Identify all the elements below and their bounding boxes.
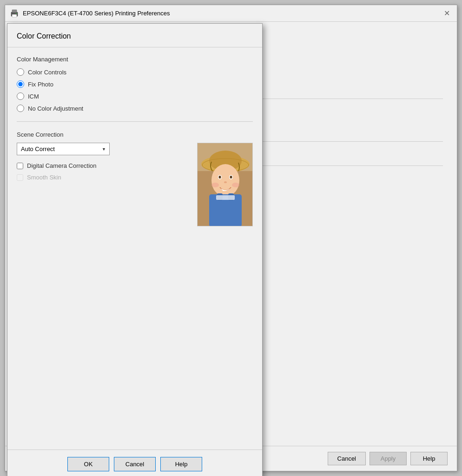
fix-photo-option[interactable]: Fix Photo — [17, 80, 253, 88]
dialog-cancel-button[interactable]: Cancel — [114, 457, 156, 471]
color-controls-option[interactable]: Color Controls — [17, 68, 253, 76]
dialog-body: Color Management Color Controls Fix Phot… — [7, 47, 262, 450]
scene-correction-section: Scene Correction Auto Correct Portrait L… — [17, 131, 253, 226]
no-color-option[interactable]: No Color Adjustment — [17, 105, 253, 112]
no-color-radio[interactable] — [17, 105, 24, 112]
digital-camera-checkbox-label[interactable]: Digital Camera Correction — [17, 162, 188, 169]
main-window-title: EPSONE6F3C4 (ET-4700 Series) Printing Pr… — [23, 10, 170, 17]
scene-select-wrapper: Auto Correct Portrait Landscape Night Sc… — [17, 143, 110, 155]
scene-select[interactable]: Auto Correct Portrait Landscape Night Sc… — [17, 143, 110, 155]
svg-point-13 — [230, 176, 232, 178]
title-bar: EPSONE6F3C4 (ET-4700 Series) Printing Pr… — [5, 5, 457, 22]
scene-row: Auto Correct Portrait Landscape Night Sc… — [17, 143, 253, 226]
smooth-skin-checkbox-label[interactable]: Smooth Skin — [17, 174, 188, 181]
color-management-radio-group: Color Controls Fix Photo ICM No Color Ad… — [17, 68, 253, 122]
svg-rect-1 — [12, 10, 17, 13]
photo-preview — [197, 143, 253, 226]
svg-point-16 — [232, 183, 239, 187]
color-correction-dialog: Color Correction Color Management Color … — [7, 23, 263, 476]
scene-left: Auto Correct Portrait Landscape Night Sc… — [17, 143, 188, 185]
svg-rect-2 — [12, 14, 17, 17]
main-apply-button[interactable]: Apply — [370, 452, 407, 465]
svg-rect-3 — [16, 13, 17, 14]
photo-svg — [198, 143, 253, 226]
smooth-skin-checkbox[interactable] — [17, 174, 23, 181]
dialog-title: Color Correction — [7, 24, 262, 47]
ok-button[interactable]: OK — [67, 457, 109, 471]
printer-icon — [10, 9, 19, 18]
svg-point-15 — [211, 183, 219, 187]
dialog-footer: OK Cancel Help — [7, 450, 262, 476]
svg-point-12 — [219, 176, 221, 178]
dialog-help-button[interactable]: Help — [160, 457, 202, 471]
main-help-button[interactable]: Help — [410, 452, 448, 465]
icm-radio[interactable] — [17, 93, 24, 100]
digital-camera-checkbox[interactable] — [17, 163, 23, 169]
color-controls-radio[interactable] — [17, 68, 24, 76]
close-button[interactable]: ✕ — [441, 8, 452, 19]
icm-option[interactable]: ICM — [17, 93, 253, 100]
svg-point-9 — [211, 164, 239, 197]
svg-rect-20 — [216, 195, 235, 200]
scene-correction-label: Scene Correction — [17, 131, 253, 138]
color-management-label: Color Management — [17, 56, 253, 63]
svg-point-14 — [224, 181, 227, 183]
main-cancel-button[interactable]: Cancel — [328, 452, 366, 465]
fix-photo-radio[interactable] — [17, 80, 24, 88]
